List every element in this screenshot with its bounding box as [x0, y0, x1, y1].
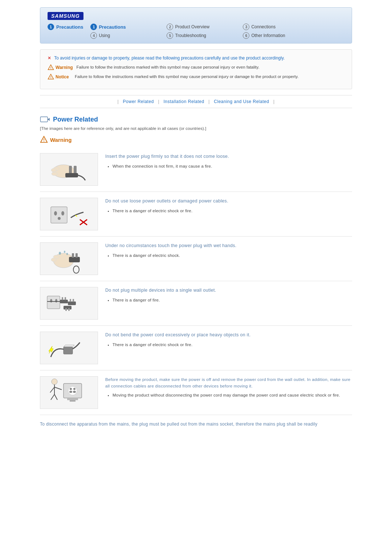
rule-content-2: Do not use loose power outlets or damage…	[105, 198, 352, 214]
rule-multi-text-6: Before moving the product, make sure the…	[105, 376, 352, 390]
svg-point-24	[59, 252, 61, 255]
rule-bullet: When the connection is not firm, it may …	[113, 163, 352, 169]
nav-using[interactable]: 4 Using	[90, 32, 167, 39]
rule-image-4	[40, 287, 98, 320]
svg-point-25	[64, 251, 65, 253]
svg-rect-11	[65, 173, 78, 177]
wet-hands-illustration-3	[44, 242, 94, 275]
rule-content-5: Do not bend the power cord excessively o…	[105, 332, 352, 348]
rule-image-5	[40, 332, 98, 364]
rule-bullets-2: There is a danger of electric shock or f…	[105, 208, 352, 214]
svg-line-54	[51, 394, 54, 400]
intro-title: ✕ To avoid injuries or damage to propert…	[48, 56, 344, 61]
rule-title-1: Insert the power plug firmly so that it …	[105, 153, 352, 160]
section-heading: Power Related	[40, 115, 352, 123]
svg-text:!: !	[50, 66, 52, 70]
rule-image-2	[40, 198, 98, 230]
warning-row: ! Warning Failure to follow the instruct…	[48, 64, 344, 71]
warning-triangle-icon: !	[48, 64, 54, 71]
svg-point-61	[69, 391, 72, 393]
rule-title-3: Under no circumstances touch the power p…	[105, 242, 352, 249]
rule-item: Before moving the product, make sure the…	[40, 370, 352, 415]
bend-cord-illustration-5	[44, 332, 94, 364]
tab-power-related[interactable]: Power Related	[123, 99, 154, 104]
rule-item: Insert the power plug firmly so that it …	[40, 147, 352, 192]
svg-rect-36	[65, 297, 66, 300]
rule-bullet: There is a danger of electric shock or f…	[113, 341, 352, 348]
rule-image-3	[40, 242, 98, 275]
svg-point-14	[52, 172, 57, 176]
warning-label: Warning	[50, 137, 72, 143]
svg-point-18	[58, 217, 61, 220]
x-mark-icon: ✕	[48, 56, 51, 61]
notice-row: ! Notice Failure to follow the instructi…	[48, 74, 344, 80]
warning-badge: ! Warning	[48, 64, 73, 71]
nav-troubleshooting[interactable]: 5 Troubleshooting	[167, 32, 243, 39]
rule-title-4: Do not plug multiple devices into a sing…	[105, 287, 352, 294]
svg-point-26	[66, 253, 68, 255]
nav-label-connections: Connections	[251, 24, 275, 29]
large-warning-triangle-icon: !	[40, 136, 48, 144]
svg-point-50	[52, 379, 57, 385]
rule-bullet: There is a danger of fire.	[113, 297, 352, 303]
svg-line-47	[73, 345, 74, 347]
ref-note: [The images here are for reference only,…	[40, 126, 352, 131]
svg-line-52	[50, 387, 54, 393]
rule-title-5: Do not bend the power cord excessively o…	[105, 332, 352, 338]
rule-item: Do not bend the power cord excessively o…	[40, 326, 352, 370]
tab-installation-related[interactable]: Installation Related	[164, 99, 204, 104]
svg-point-63	[73, 391, 76, 393]
svg-rect-44	[64, 347, 73, 354]
svg-line-46	[64, 345, 65, 347]
nav-connections[interactable]: 3 Connections	[243, 24, 319, 30]
rule-content-4: Do not plug multiple devices into a sing…	[105, 287, 352, 303]
svg-point-23	[51, 258, 56, 262]
rule-bullets-1: When the connection is not firm, it may …	[105, 163, 352, 169]
svg-point-32	[50, 299, 52, 303]
svg-point-33	[55, 299, 57, 303]
svg-rect-57	[67, 398, 78, 400]
nav-label-troubleshooting: Troubleshooting	[175, 33, 206, 38]
nav-label-using: Using	[99, 33, 110, 38]
svg-point-17	[61, 211, 64, 216]
svg-rect-42	[68, 308, 70, 311]
power-related-icon	[40, 115, 50, 123]
svg-rect-35	[62, 297, 63, 300]
rule-content-6: Before moving the product, make sure the…	[105, 376, 352, 398]
svg-rect-29	[75, 253, 78, 258]
svg-rect-34	[60, 300, 68, 303]
svg-rect-31	[47, 296, 60, 309]
svg-line-53	[54, 387, 62, 390]
rule-item: Do not plug multiple devices into a sing…	[40, 281, 352, 326]
svg-rect-38	[70, 299, 71, 302]
nav-precautions[interactable]: 1 Precautions	[90, 24, 167, 30]
notice-triangle-icon: !	[48, 74, 54, 80]
svg-point-13	[51, 168, 56, 172]
nav-other-info[interactable]: 6 Other Information	[243, 32, 319, 39]
rule-bullet: There is a danger of electric shock or f…	[113, 208, 352, 214]
svg-marker-5	[48, 118, 50, 121]
warning-badge-large: ! Warning	[40, 136, 352, 144]
intro-box: ✕ To avoid injuries or damage to propert…	[40, 49, 352, 89]
sidebar-nav[interactable]: 1 Precautions	[48, 24, 83, 30]
nav-label-other-info: Other Information	[251, 33, 285, 38]
sidebar-num: 1	[48, 24, 54, 30]
rule-image-6	[40, 376, 98, 409]
rule-bullets-4: There is a danger of fire.	[105, 297, 352, 303]
rule-bullet: Moving the product without disconnecting…	[113, 392, 352, 398]
section-title: Power Related	[53, 116, 98, 123]
nav-product-overview[interactable]: 2 Product Overview	[167, 24, 243, 30]
tab-cleaning-use-related[interactable]: Cleaning and Use Related	[214, 99, 269, 104]
svg-rect-15	[51, 207, 67, 223]
rule-bullets-5: There is a danger of electric shock or f…	[105, 341, 352, 348]
nav-label-product-overview: Product Overview	[175, 24, 209, 29]
plug-hand-illustration-1	[44, 155, 94, 184]
svg-rect-58	[70, 400, 75, 402]
moving-product-illustration-6	[44, 376, 94, 409]
svg-point-30	[73, 266, 79, 273]
rule-item: Do not use loose power outlets or damage…	[40, 192, 352, 237]
samsung-logo: SAMSUNG	[48, 12, 83, 20]
rule-image-1	[40, 153, 98, 186]
svg-rect-37	[68, 301, 76, 305]
svg-rect-28	[72, 253, 74, 258]
